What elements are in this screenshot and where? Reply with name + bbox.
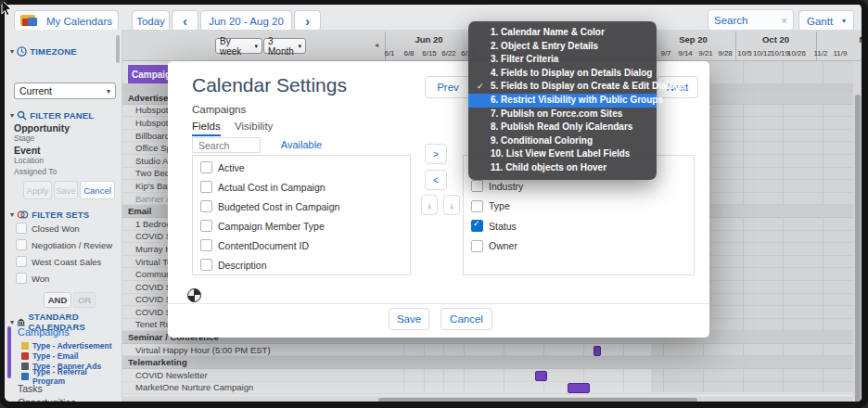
search-input[interactable]: Search × xyxy=(708,9,794,31)
calendar-list-item[interactable]: Opportunities xyxy=(18,397,75,402)
filter-field[interactable]: Assigned To xyxy=(14,167,118,178)
field-checkbox[interactable] xyxy=(471,180,483,192)
calendar-campaigns-selected[interactable]: Campaigns Type - Advertisement Type - Em… xyxy=(5,325,121,380)
menu-item[interactable]: 11. Child objects on Hover xyxy=(468,161,657,175)
tab-visibility[interactable]: Visibility xyxy=(235,121,273,132)
field-row[interactable]: Campaign Member Type xyxy=(193,216,410,236)
filter-set-checkbox[interactable] xyxy=(16,273,27,284)
filter-sets-icon xyxy=(17,210,29,220)
timezone-section-header[interactable]: ▾ TIMEZONE xyxy=(10,46,77,57)
menu-item[interactable]: 9. Conditional Coloring xyxy=(468,134,657,148)
event-bar[interactable] xyxy=(535,371,547,381)
legend-item[interactable]: Type - Advertisement xyxy=(21,340,121,351)
menu-item[interactable]: ✓ 5. Fields to Display on Create & Edit … xyxy=(468,80,657,94)
filter-save-button[interactable]: Save xyxy=(54,181,78,199)
menu-item[interactable]: 1. Calendar Name & Color xyxy=(468,26,657,40)
date-tick-label: 9/14 xyxy=(678,49,693,57)
horizontal-scrollbar-thumb[interactable] xyxy=(378,398,697,402)
tab-fields[interactable]: Fields xyxy=(192,121,221,136)
field-checkbox[interactable] xyxy=(200,181,212,193)
timeline-row-label: Commun xyxy=(122,269,172,279)
field-row[interactable]: Type xyxy=(464,197,694,217)
timeline-row[interactable]: MarketOne Nurture Campaign xyxy=(122,382,853,395)
date-tick-label: 9/7 xyxy=(660,49,670,57)
move-right-button[interactable]: > xyxy=(425,144,447,164)
event-bar[interactable] xyxy=(568,383,590,393)
filter-set-label: Negotiation / Review xyxy=(32,240,112,250)
field-row[interactable]: Owner xyxy=(464,236,694,257)
today-button[interactable]: Today xyxy=(132,10,170,32)
timeline-calendar-header-cell[interactable]: Campaigns xyxy=(128,65,168,83)
menu-item[interactable]: 8. Publish Read Only iCalendars xyxy=(468,121,657,134)
zoom-span-select[interactable]: 3 Month ▾ xyxy=(263,38,306,54)
move-down-left-button[interactable]: ↓ xyxy=(421,195,438,215)
filter-apply-button[interactable]: Apply xyxy=(23,181,52,199)
field-row[interactable]: Actual Cost in Campaign xyxy=(193,177,410,197)
filter-set-checkbox[interactable] xyxy=(16,256,27,267)
field-checkbox[interactable] xyxy=(471,240,483,252)
menu-item[interactable]: 7. Publish on Force.com Sites xyxy=(468,108,657,121)
field-row[interactable]: ContentDocument ID xyxy=(193,236,410,255)
menu-item[interactable]: 2. Object & Entry Details xyxy=(468,40,657,54)
filter-or-toggle[interactable]: OR xyxy=(73,292,96,308)
menu-item[interactable]: 4. Fields to Display on Details Dialog xyxy=(468,67,657,81)
field-row[interactable]: Active xyxy=(193,158,410,177)
settings-cancel-button[interactable]: Cancel xyxy=(440,308,492,330)
checkmark-icon: ✓ xyxy=(477,80,484,94)
filter-set-item[interactable]: Won xyxy=(16,273,120,289)
field-row[interactable]: Description xyxy=(193,255,410,274)
my-calendars-button[interactable]: My Calendars xyxy=(14,10,119,32)
legend-item[interactable]: Type - Email xyxy=(21,351,121,361)
legend-item[interactable]: Type - Referral Program xyxy=(21,371,121,381)
prev-range-button[interactable]: ‹ xyxy=(172,10,198,32)
filter-set-checkbox[interactable] xyxy=(16,223,27,234)
menu-item[interactable]: 10. List View Event Label Fields xyxy=(468,147,657,161)
filter-field[interactable]: Stage xyxy=(14,134,118,145)
next-range-button[interactable]: › xyxy=(294,10,321,32)
filter-cancel-button[interactable]: Cancel xyxy=(80,181,115,199)
filter-set-item[interactable]: Closed Won xyxy=(16,223,120,239)
filter-panel-section-header[interactable]: ▾ FILTER PANEL xyxy=(10,110,94,121)
filter-set-item[interactable]: West Coast Sales xyxy=(16,256,120,273)
filter-set-item[interactable]: Negotiation / Review xyxy=(16,239,120,256)
field-checkbox[interactable] xyxy=(471,200,483,212)
field-checkbox[interactable] xyxy=(471,220,483,232)
event-bar[interactable] xyxy=(594,346,601,356)
filter-field[interactable]: Event xyxy=(14,145,118,156)
timeline-row[interactable]: Virtual Happy Hour (5:00 PM EST) xyxy=(122,344,853,357)
clear-search-icon[interactable]: × xyxy=(782,15,787,26)
field-checkbox[interactable] xyxy=(200,259,212,271)
date-tick-label: 10/12 xyxy=(753,49,772,57)
settings-save-button[interactable]: Save xyxy=(389,308,429,330)
zoom-unit-select[interactable]: By week ▾ xyxy=(215,38,262,54)
tab-visibility-label: Visibility xyxy=(235,121,273,132)
filter-and-toggle[interactable]: AND xyxy=(44,292,71,308)
settings-prev-button[interactable]: Prev xyxy=(425,76,471,98)
view-mode-dropdown[interactable]: Gantt ▾ xyxy=(798,10,854,32)
timeline-row[interactable]: Telemarketing xyxy=(122,356,853,369)
menu-item[interactable]: 6. Restrict Visibility with Public Group… xyxy=(468,94,657,108)
collapse-column-icon[interactable]: ◂ xyxy=(375,41,378,49)
field-checkbox[interactable] xyxy=(200,200,212,212)
my-calendars-label: My Calendars xyxy=(46,16,112,27)
calendar-list-item[interactable]: Tasks xyxy=(18,383,75,397)
menu-item[interactable]: 3. Filter Criteria xyxy=(468,53,657,67)
field-checkbox[interactable] xyxy=(200,239,212,251)
filter-sets-section-header[interactable]: ▾ FILTER SETS xyxy=(10,210,89,220)
filter-set-checkbox[interactable] xyxy=(16,239,27,250)
field-row[interactable]: Status xyxy=(464,216,694,236)
field-search-input[interactable]: Search xyxy=(192,137,261,153)
timeline-row[interactable]: COVID Newsletter xyxy=(122,369,853,382)
field-checkbox[interactable] xyxy=(200,220,212,232)
sidebar-scrollbar-thumb[interactable] xyxy=(116,35,120,63)
date-range-button[interactable]: Jun 20 - Aug 20 xyxy=(200,10,292,32)
move-left-button[interactable]: < xyxy=(425,170,447,190)
field-row[interactable]: Budgeted Cost in Campaign xyxy=(193,197,410,216)
calendar-campaigns-label[interactable]: Campaigns xyxy=(18,326,70,338)
filter-field[interactable]: Opportunity xyxy=(14,122,118,134)
timezone-select[interactable]: Current ▾ xyxy=(14,83,116,99)
vertical-scrollbar-thumb[interactable] xyxy=(855,95,861,402)
field-checkbox[interactable] xyxy=(200,161,212,173)
filter-field[interactable]: Location xyxy=(14,156,118,167)
move-down-right-button[interactable]: ↓ xyxy=(443,195,460,215)
